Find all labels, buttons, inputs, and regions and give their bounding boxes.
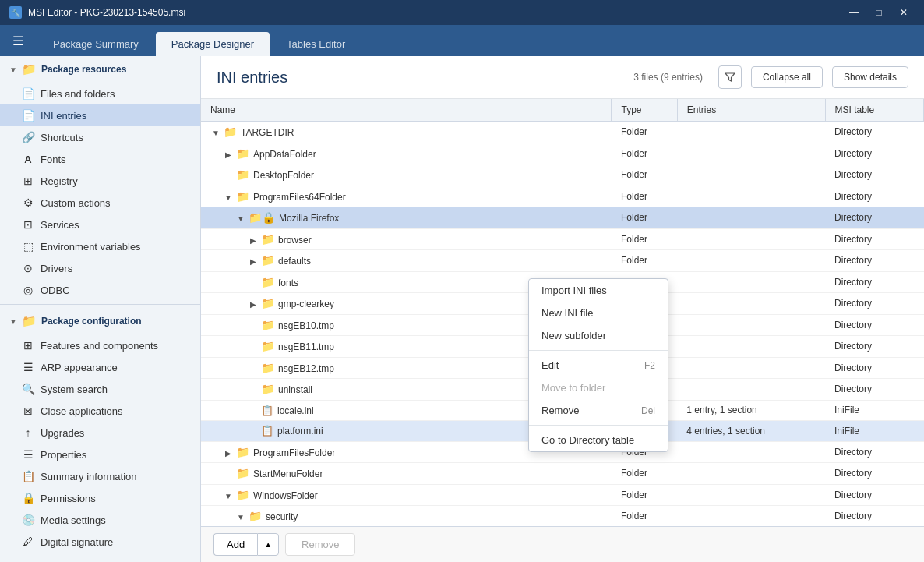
context-menu-move[interactable]: Move to folder — [529, 376, 668, 399]
context-menu-goto-dir[interactable]: Go to Directory table — [529, 429, 668, 451]
sidebar-item-media-settings[interactable]: 💿 Media settings — [0, 509, 200, 531]
sidebar-item-services[interactable]: ⊡ Services — [0, 214, 200, 235]
sidebar-item-digital-signature[interactable]: 🖊 Digital signature — [0, 531, 200, 553]
table-row[interactable]: ▶📁AppDataFolder Folder Directory — [201, 143, 924, 164]
context-menu-divider-1 — [529, 350, 668, 351]
sidebar-item-fonts[interactable]: A Fonts — [0, 148, 200, 170]
sidebar-item-properties[interactable]: ☰ Properties — [0, 444, 200, 465]
table-header-row: Name Type Entries MSI table — [201, 99, 924, 122]
expand-icon[interactable]: ▼ — [223, 192, 234, 203]
table-row[interactable]: ▶📁defaults Folder Directory — [201, 250, 924, 272]
table-row[interactable]: ▶📁browser Folder Directory — [201, 228, 924, 250]
sidebar-item-system-search[interactable]: 🔍 System search — [0, 378, 200, 400]
minimize-button[interactable]: — — [843, 5, 865, 20]
expand-icon[interactable]: ▶ — [248, 299, 259, 310]
folder-icon: 📁 — [224, 125, 237, 138]
col-header-msi-table[interactable]: MSI table — [825, 99, 924, 122]
sidebar-item-arp[interactable]: ☰ ARP appearance — [0, 356, 200, 378]
expand-icon[interactable]: ▶ — [248, 235, 259, 246]
filter-icon — [725, 72, 735, 83]
sidebar-group-resources: ▼ 📁 Package resources 📄 Files and folder… — [0, 56, 200, 301]
expand-icon[interactable]: ▼ — [235, 214, 246, 224]
context-menu-edit[interactable]: Edit F2 — [529, 354, 668, 376]
sidebar-item-odbc[interactable]: ◎ ODBC — [0, 279, 200, 301]
sidebar-group-config: ▼ 📁 Package configuration ⊞ Features and… — [0, 308, 200, 553]
table-row[interactable]: ▼📁🔒Mozilla Firefox Folder Directory — [201, 207, 924, 229]
table-row[interactable]: ▼📁WindowsFolder Folder Directory — [201, 484, 924, 506]
expand-icon[interactable]: ▶ — [223, 149, 234, 160]
odbc-icon: ◎ — [22, 284, 34, 296]
context-menu: Import INI files New INI file New subfol… — [528, 278, 668, 452]
font-icon: A — [22, 153, 34, 165]
expand-icon[interactable]: ▼ — [210, 128, 221, 139]
sidebar-item-environment-variables[interactable]: ⬚ Environment variables — [0, 235, 200, 257]
menu-icon[interactable]: ☰ — [6, 27, 30, 55]
folder-icon: 📁 — [261, 340, 274, 352]
context-menu-new-ini[interactable]: New INI file — [529, 302, 668, 324]
expand-icon[interactable]: ▼ — [235, 512, 246, 523]
remove-button[interactable]: Remove — [285, 533, 355, 556]
folder-icon: 📁 — [261, 276, 274, 288]
tab-package-designer[interactable]: Package Designer — [156, 32, 270, 56]
col-header-name[interactable]: Name — [201, 99, 612, 122]
col-header-type[interactable]: Type — [612, 99, 677, 122]
expand-icon[interactable]: ▶ — [248, 256, 259, 267]
sidebar-group-resources-header[interactable]: ▼ 📁 Package resources — [0, 56, 200, 83]
folder-icon: 📁 — [236, 446, 249, 458]
sidebar-item-features[interactable]: ⊞ Features and components — [0, 334, 200, 356]
maximize-button[interactable]: □ — [868, 5, 890, 20]
close-button[interactable]: ✕ — [893, 5, 915, 20]
tab-bar: ☰ Package Summary Package Designer Table… — [0, 25, 924, 56]
sidebar-group-config-header[interactable]: ▼ 📁 Package configuration — [0, 308, 200, 334]
tab-package-summary[interactable]: Package Summary — [37, 32, 154, 56]
app-icon: 🔧 — [9, 6, 22, 19]
table-container: Name Type Entries MSI table ▼📁TARGETDIR … — [201, 99, 924, 526]
context-menu-new-subfolder[interactable]: New subfolder — [529, 324, 668, 347]
add-button[interactable]: Add — [213, 533, 257, 556]
table-row[interactable]: ▼📁security Folder Directory — [201, 506, 924, 527]
env-icon: ⬚ — [22, 240, 34, 253]
folder-icon: 📁 — [261, 297, 274, 309]
sidebar-item-registry[interactable]: ⊞ Registry — [0, 170, 200, 192]
services-icon: ⊡ — [22, 218, 34, 231]
folder-icon: 📁 — [249, 510, 262, 522]
folder-icon: 📁 — [261, 254, 274, 267]
table-row[interactable]: ▼📁TARGETDIR Folder Directory — [201, 122, 924, 143]
add-dropdown-button[interactable]: ▲ — [257, 533, 279, 556]
file-icon: 📄 — [22, 87, 34, 100]
sidebar-item-close-apps[interactable]: ⊠ Close applications — [0, 400, 200, 422]
arp-icon: ☰ — [22, 361, 34, 373]
context-menu-import[interactable]: Import INI files — [529, 279, 668, 302]
sidebar-item-drivers[interactable]: ⊙ Drivers — [0, 257, 200, 279]
sidebar-divider — [0, 304, 200, 305]
registry-icon: ⊞ — [22, 175, 34, 187]
title-bar: 🔧 MSI Editor - PKG-230213-154505.msi — □… — [0, 0, 924, 25]
config-folder-icon: 📁 — [22, 314, 37, 328]
sidebar-item-custom-actions[interactable]: ⚙ Custom actions — [0, 192, 200, 214]
table-row[interactable]: ▶📁DesktopFolder Folder Directory — [201, 164, 924, 186]
table-row[interactable]: ▼📁ProgramFiles64Folder Folder Directory — [201, 186, 924, 207]
sidebar-item-summary-info[interactable]: 📋 Summary information — [0, 465, 200, 487]
chevron-down-icon: ▼ — [9, 65, 17, 74]
context-menu-remove[interactable]: Remove Del — [529, 399, 668, 422]
expand-icon[interactable]: ▼ — [223, 490, 234, 501]
table-row[interactable]: ▶📁StartMenuFolder Folder Directory — [201, 463, 924, 485]
folder-lock-icon: 📁🔒 — [249, 211, 275, 224]
show-details-button[interactable]: Show details — [832, 66, 908, 88]
sidebar-item-shortcuts[interactable]: 🔗 Shortcuts — [0, 126, 200, 148]
tab-tables-editor[interactable]: Tables Editor — [271, 32, 361, 56]
sidebar-item-files-folders[interactable]: 📄 Files and folders — [0, 83, 200, 104]
folder-icon: 📁 — [22, 62, 37, 76]
filter-button[interactable] — [718, 65, 742, 89]
col-header-entries[interactable]: Entries — [677, 99, 825, 122]
folder-icon: 📁 — [261, 362, 274, 374]
sidebar-item-ini-entries[interactable]: 📄 INI entries — [0, 104, 200, 126]
chevron-down-icon-2: ▼ — [9, 317, 17, 326]
sidebar-item-permissions[interactable]: 🔒 Permissions — [0, 487, 200, 509]
ini-file-icon: 📋 — [261, 425, 273, 437]
drivers-icon: ⊙ — [22, 262, 34, 274]
expand-icon[interactable]: ▶ — [223, 447, 234, 458]
collapse-all-button[interactable]: Collapse all — [751, 66, 823, 88]
sidebar-item-upgrades[interactable]: ↑ Upgrades — [0, 422, 200, 444]
close-apps-icon: ⊠ — [22, 405, 34, 417]
